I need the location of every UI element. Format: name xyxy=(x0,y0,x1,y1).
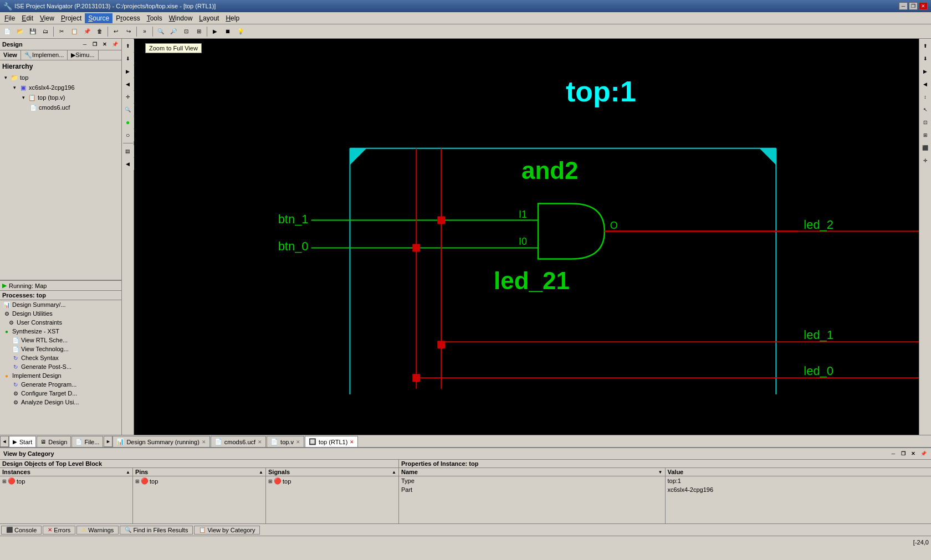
menu-tools[interactable]: Tools xyxy=(144,13,166,23)
rtb-4[interactable]: ↕ xyxy=(919,91,932,103)
rtb-8[interactable]: ✛ xyxy=(919,155,932,167)
side-btn-arrow-left[interactable]: ◀ xyxy=(122,78,134,90)
pin-top-item[interactable]: ⊞ 🔴 top xyxy=(133,476,265,486)
tab-design[interactable]: 🖥 Design xyxy=(37,436,71,447)
tab-view[interactable]: View xyxy=(0,50,21,60)
restore-button[interactable]: ❐ xyxy=(909,2,918,10)
run-button[interactable]: ▶ xyxy=(209,25,221,38)
find-files-tab[interactable]: 🔍 Find in Files Results xyxy=(120,526,193,535)
menu-help[interactable]: Help xyxy=(222,13,243,23)
canvas-area[interactable]: Zoom to Full View top:1 and2 led_21 xyxy=(134,39,931,435)
close-button[interactable]: ✕ xyxy=(919,2,928,10)
rtb-5[interactable]: ⊡ xyxy=(919,116,932,129)
help-tb-button[interactable]: 💡 xyxy=(234,25,247,38)
tab-ucf-close[interactable]: ✕ xyxy=(258,439,262,445)
bottom-pin[interactable]: 📌 xyxy=(919,449,928,458)
tab-ucf[interactable]: 📄 cmods6.ucf ✕ xyxy=(211,436,266,447)
proc-implement[interactable]: ● Implement Design xyxy=(0,371,121,380)
tab-topv-close[interactable]: ✕ xyxy=(296,439,300,445)
proc-design-summary[interactable]: 📊 Design Summary/... xyxy=(0,300,121,309)
proc-synthesize[interactable]: ● Synthesize - XST xyxy=(0,327,121,336)
redo-button[interactable]: ↪ xyxy=(122,25,135,38)
menu-view[interactable]: View xyxy=(37,13,58,23)
panel-close[interactable]: ✕ xyxy=(100,40,109,49)
side-btn-expand-left[interactable]: ◀ xyxy=(122,158,134,170)
menu-project[interactable]: Project xyxy=(58,13,85,23)
expand-topv[interactable] xyxy=(20,94,27,101)
console-tab[interactable]: ⬛ Console xyxy=(1,526,42,535)
stop-button[interactable]: ⏹ xyxy=(222,25,234,38)
zoom-fit-button[interactable]: ⊡ xyxy=(180,25,192,38)
tab-rtl1-close[interactable]: ✕ xyxy=(350,439,354,445)
proc-generate-post[interactable]: ↻ Generate Post-S... xyxy=(0,362,121,371)
rtb-3[interactable]: ◀ xyxy=(919,78,932,90)
rtb-0[interactable]: ⬆ xyxy=(919,40,932,52)
errors-tab[interactable]: ✕ Errors xyxy=(43,526,75,535)
proc-view-tech[interactable]: 📄 View Technolog... xyxy=(0,345,121,353)
signal-top-item[interactable]: ⊞ 🔴 top xyxy=(266,476,398,486)
tree-item-ucf[interactable]: 📄 cmods6.ucf xyxy=(2,102,119,112)
panel-restore[interactable]: ❐ xyxy=(90,40,99,49)
tab-rtl1[interactable]: 🔲 top (RTL1) ✕ xyxy=(305,436,358,447)
proc-user-constraints[interactable]: ⚙ User Constraints xyxy=(0,318,121,327)
paste-button[interactable]: 📌 xyxy=(81,25,93,38)
menu-file[interactable]: File xyxy=(1,13,18,23)
zoom-select-button[interactable]: ⊞ xyxy=(193,25,205,38)
tab-implement[interactable]: 🔧Implemen... xyxy=(21,50,68,60)
save-button[interactable]: 💾 xyxy=(27,25,39,38)
zoom-in-button[interactable]: 🔍 xyxy=(155,25,167,38)
proc-generate-prog[interactable]: ↻ Generate Program... xyxy=(0,380,121,389)
tree-item-top-root[interactable]: 📁 top xyxy=(2,73,119,83)
proc-design-utilities[interactable]: ⚙ Design Utilities xyxy=(0,309,121,318)
side-btn-0[interactable]: ⬆ xyxy=(122,40,134,52)
tab-nav-prev[interactable]: ◄ xyxy=(0,436,9,447)
tab-start[interactable]: ▶ Start xyxy=(9,436,36,447)
new-button[interactable]: 📄 xyxy=(1,25,13,38)
tab-topv[interactable]: 📄 top.v ✕ xyxy=(267,436,304,447)
side-btn-circle-outline[interactable]: ○ xyxy=(122,129,134,141)
bottom-close[interactable]: ✕ xyxy=(909,449,918,458)
save-all-button[interactable]: 🗂 xyxy=(39,25,52,38)
rtb-2[interactable]: ▶ xyxy=(919,65,932,78)
proc-view-rtl[interactable]: 📄 View RTL Sche... xyxy=(0,336,121,345)
proc-analyze[interactable]: ⚙ Analyze Design Usi... xyxy=(0,398,121,407)
side-btn-move[interactable]: ✛ xyxy=(122,91,134,103)
side-btn-bottom[interactable]: ▤ xyxy=(122,145,134,157)
menu-process[interactable]: Process xyxy=(112,13,143,23)
tab-simulate[interactable]: ▶Simu... xyxy=(68,50,98,60)
delete-button[interactable]: 🗑 xyxy=(94,25,106,38)
side-btn-1[interactable]: ⬇ xyxy=(122,53,134,65)
tab-summary-close[interactable]: ✕ xyxy=(202,439,206,445)
rtb-7[interactable]: ⬛ xyxy=(919,142,932,154)
side-btn-zoom[interactable]: 🔍 xyxy=(122,104,134,116)
proc-configure-target[interactable]: ⚙ Configure Target D... xyxy=(0,389,121,398)
tb-more[interactable]: » xyxy=(139,25,151,38)
tab-design-summary[interactable]: 📊 Design Summary (running) ✕ xyxy=(112,436,209,447)
panel-minimize[interactable]: ─ xyxy=(80,40,89,49)
view-by-category-tab[interactable]: 📋 View by Category xyxy=(194,526,260,535)
bottom-restore[interactable]: ❐ xyxy=(899,449,908,458)
menu-layout[interactable]: Layout xyxy=(196,13,222,23)
side-btn-arrow-right[interactable]: ▶ xyxy=(122,65,134,78)
warnings-tab[interactable]: ⚠ Warnings xyxy=(76,526,119,535)
tab-nav-next[interactable]: ► xyxy=(104,436,112,447)
open-button[interactable]: 📂 xyxy=(14,25,26,38)
panel-pin[interactable]: 📌 xyxy=(110,40,119,49)
copy-button[interactable]: 📋 xyxy=(68,25,80,38)
tab-file[interactable]: 📄 File... xyxy=(71,436,103,447)
cut-button[interactable]: ✂ xyxy=(55,25,68,38)
expand-chip[interactable] xyxy=(11,84,18,91)
menu-window[interactable]: Window xyxy=(166,13,196,23)
rtb-1[interactable]: ⬇ xyxy=(919,53,932,65)
bottom-minimize[interactable]: ─ xyxy=(889,449,898,458)
minimize-button[interactable]: ─ xyxy=(899,2,908,10)
tree-item-chip[interactable]: ▣ xc6slx4-2cpg196 xyxy=(2,83,119,93)
rtb-arrow[interactable]: ↖ xyxy=(919,104,932,116)
rtb-6[interactable]: ⊞ xyxy=(919,129,932,141)
side-btn-circle-green[interactable]: ● xyxy=(122,116,134,129)
zoom-out-button[interactable]: 🔎 xyxy=(167,25,180,38)
tree-item-topv[interactable]: 📋 top (top.v) xyxy=(2,93,119,102)
undo-button[interactable]: ↩ xyxy=(110,25,122,38)
instance-top-item[interactable]: ⊞ 🔴 top xyxy=(0,476,132,486)
expand-top-root[interactable] xyxy=(2,74,9,81)
